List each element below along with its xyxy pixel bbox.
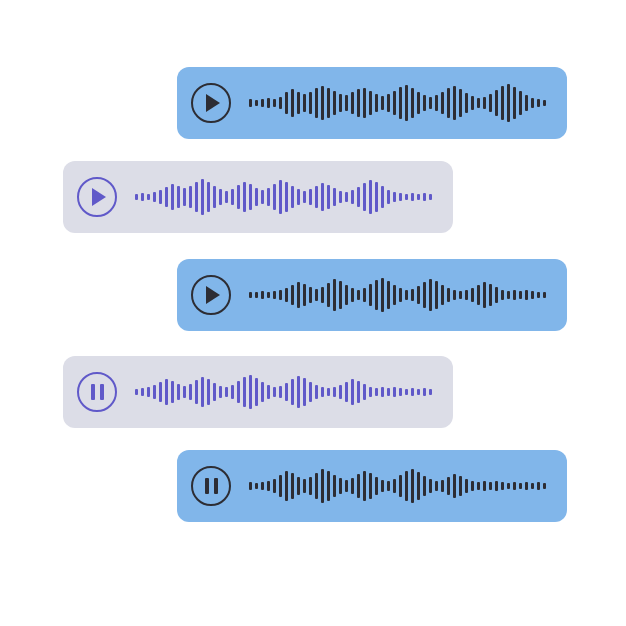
- waveform[interactable]: [249, 462, 549, 510]
- waveform-bar: [273, 184, 276, 210]
- waveform-bar: [345, 480, 348, 492]
- waveform-bar: [537, 292, 540, 298]
- waveform-bar: [363, 384, 366, 400]
- waveform-bar: [405, 194, 408, 200]
- waveform-bar: [297, 282, 300, 308]
- waveform-bar: [435, 481, 438, 491]
- waveform-bar: [495, 90, 498, 116]
- play-button[interactable]: [191, 83, 231, 123]
- waveform-bar: [135, 389, 138, 395]
- waveform-bar: [345, 382, 348, 402]
- pause-button[interactable]: [77, 372, 117, 412]
- voice-message-sent-3[interactable]: [177, 450, 567, 522]
- waveform-bar: [249, 184, 252, 210]
- waveform-bar: [501, 290, 504, 300]
- waveform-bar: [327, 388, 330, 396]
- waveform-bar: [315, 473, 318, 499]
- waveform-bar: [207, 182, 210, 212]
- voice-message-received-1[interactable]: [63, 161, 453, 233]
- waveform-bar: [387, 481, 390, 491]
- waveform-bar: [453, 474, 456, 498]
- waveform-bar: [495, 287, 498, 303]
- waveform-bar: [153, 385, 156, 399]
- waveform-bar: [519, 483, 522, 489]
- waveform-bar: [177, 384, 180, 400]
- waveform-bar: [267, 188, 270, 206]
- waveform-bar: [405, 471, 408, 501]
- waveform-bar: [255, 100, 258, 106]
- waveform-bar: [279, 180, 282, 214]
- waveform[interactable]: [135, 173, 435, 221]
- waveform-bar: [507, 291, 510, 299]
- waveform[interactable]: [249, 271, 549, 319]
- waveform-bar: [285, 92, 288, 114]
- play-icon: [206, 286, 220, 304]
- voice-message-sent-2[interactable]: [177, 259, 567, 331]
- waveform-bar: [309, 477, 312, 495]
- waveform-bar: [321, 86, 324, 120]
- waveform-bar: [381, 96, 384, 110]
- waveform-bar: [273, 99, 276, 107]
- waveform-bar: [513, 482, 516, 490]
- waveform-bar: [345, 192, 348, 202]
- waveform-bar: [375, 388, 378, 396]
- waveform-bar: [387, 190, 390, 204]
- waveform-bar: [159, 190, 162, 204]
- waveform-bar: [417, 472, 420, 500]
- waveform-bar: [429, 479, 432, 493]
- waveform-bar: [489, 284, 492, 306]
- waveform-bar: [339, 191, 342, 203]
- waveform-bar: [357, 89, 360, 117]
- waveform-bar: [543, 483, 546, 489]
- waveform-bar: [171, 381, 174, 403]
- waveform-bar: [225, 387, 228, 397]
- waveform-bar: [351, 190, 354, 204]
- waveform-bar: [399, 388, 402, 396]
- waveform-bar: [279, 97, 282, 109]
- waveform-bar: [471, 96, 474, 110]
- waveform-bar: [369, 180, 372, 214]
- waveform-bar: [357, 474, 360, 498]
- waveform-bar: [501, 482, 504, 490]
- waveform-bar: [507, 483, 510, 489]
- waveform-bar: [219, 189, 222, 205]
- waveform-bar: [393, 192, 396, 202]
- play-icon: [92, 188, 106, 206]
- pause-icon: [205, 478, 218, 494]
- waveform-bar: [429, 194, 432, 200]
- waveform-bar: [399, 87, 402, 119]
- waveform-bar: [465, 290, 468, 300]
- voice-message-received-2[interactable]: [63, 356, 453, 428]
- waveform-bar: [453, 86, 456, 120]
- waveform-bar: [351, 288, 354, 302]
- waveform-bar: [411, 469, 414, 503]
- waveform-bar: [459, 89, 462, 117]
- waveform-bar: [297, 92, 300, 114]
- waveform[interactable]: [135, 368, 435, 416]
- waveform-bar: [369, 91, 372, 115]
- waveform-bar: [411, 88, 414, 118]
- waveform-bar: [375, 94, 378, 112]
- waveform-bar: [423, 476, 426, 496]
- waveform-bar: [303, 94, 306, 112]
- waveform-bar: [141, 193, 144, 201]
- voice-message-sent-1[interactable]: [177, 67, 567, 139]
- waveform-bar: [285, 471, 288, 501]
- waveform-bar: [525, 95, 528, 111]
- waveform-bar: [315, 186, 318, 208]
- waveform-bar: [369, 473, 372, 499]
- pause-button[interactable]: [191, 466, 231, 506]
- waveform-bar: [357, 187, 360, 207]
- waveform-bar: [147, 387, 150, 397]
- waveform-bar: [381, 278, 384, 312]
- waveform[interactable]: [249, 79, 549, 127]
- play-button[interactable]: [191, 275, 231, 315]
- waveform-bar: [471, 288, 474, 302]
- waveform-bar: [297, 477, 300, 495]
- waveform-bar: [429, 389, 432, 395]
- waveform-bar: [465, 479, 468, 493]
- play-button[interactable]: [77, 177, 117, 217]
- waveform-bar: [279, 475, 282, 497]
- waveform-bar: [255, 292, 258, 298]
- waveform-bar: [519, 91, 522, 115]
